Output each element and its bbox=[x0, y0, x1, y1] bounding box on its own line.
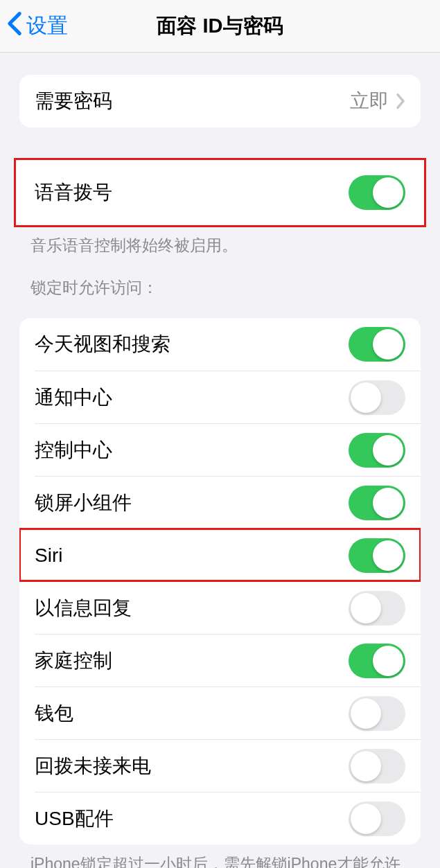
row-require-passcode[interactable]: 需要密码 立即 bbox=[19, 75, 421, 127]
row-value: 立即 bbox=[350, 88, 389, 114]
row-lock-item: 通知中心 bbox=[35, 371, 421, 423]
switch-toggle[interactable] bbox=[349, 591, 405, 626]
row-label: 钱包 bbox=[35, 700, 349, 727]
header-lock-access: 锁定时允许访问： bbox=[30, 277, 410, 299]
row-label: 语音拨号 bbox=[35, 179, 349, 206]
back-button[interactable]: 设置 bbox=[0, 11, 68, 41]
group-require-passcode: 需要密码 立即 bbox=[19, 75, 421, 127]
navbar: 设置 面容 ID与密码 bbox=[0, 0, 440, 53]
row-label: 控制中心 bbox=[35, 437, 349, 463]
back-label: 设置 bbox=[26, 12, 68, 40]
row-label: USB配件 bbox=[35, 806, 349, 832]
row-label: 以信息回复 bbox=[35, 595, 349, 621]
row-lock-item: USB配件 bbox=[35, 792, 421, 844]
group-voice-dial: 语音拨号 bbox=[15, 159, 425, 226]
switch-toggle[interactable] bbox=[349, 538, 405, 573]
switch-toggle[interactable] bbox=[349, 486, 405, 520]
row-label: 今天视图和搜索 bbox=[35, 331, 349, 357]
row-label: 家庭控制 bbox=[35, 648, 349, 674]
group-lock-access: 今天视图和搜索通知中心控制中心锁屏小组件Siri以信息回复家庭控制钱包回拨未接来… bbox=[19, 318, 421, 844]
row-voice-dial: 语音拨号 bbox=[15, 159, 425, 226]
page-title: 面容 ID与密码 bbox=[157, 12, 283, 40]
row-lock-item: 钱包 bbox=[35, 687, 421, 739]
switch-toggle[interactable] bbox=[349, 380, 405, 415]
row-lock-item: 锁屏小组件 bbox=[35, 476, 421, 529]
switch-toggle[interactable] bbox=[349, 749, 405, 783]
row-lock-item: 控制中心 bbox=[35, 423, 421, 476]
row-label: 锁屏小组件 bbox=[35, 490, 349, 516]
switch-toggle[interactable] bbox=[349, 327, 405, 362]
switch-toggle[interactable] bbox=[349, 696, 405, 731]
row-label: 需要密码 bbox=[35, 88, 350, 114]
content: 需要密码 立即 语音拨号 音乐语音控制将始终被启用。 锁定时允许访问： 今天视图… bbox=[0, 75, 440, 868]
switch-toggle[interactable] bbox=[349, 801, 405, 836]
row-lock-item: 今天视图和搜索 bbox=[19, 318, 421, 371]
row-lock-item: 回拨未接来电 bbox=[35, 739, 421, 792]
row-lock-item: 以信息回复 bbox=[35, 581, 421, 634]
row-lock-item: 家庭控制 bbox=[35, 634, 421, 687]
row-lock-item: Siri bbox=[19, 529, 421, 581]
row-label: Siri bbox=[35, 544, 349, 567]
row-label: 回拨未接来电 bbox=[35, 753, 349, 779]
footer-lock-access: iPhone锁定超过一小时后，需先解锁iPhone才能允许USB配件连接。 bbox=[30, 853, 410, 868]
chevron-right-icon bbox=[396, 93, 405, 109]
switch-voice-dial[interactable] bbox=[349, 175, 405, 210]
row-label: 通知中心 bbox=[35, 384, 349, 411]
switch-toggle[interactable] bbox=[349, 644, 405, 678]
chevron-left-icon bbox=[7, 11, 22, 41]
footer-voice-dial: 音乐语音控制将始终被启用。 bbox=[30, 234, 410, 256]
switch-toggle[interactable] bbox=[349, 433, 405, 468]
